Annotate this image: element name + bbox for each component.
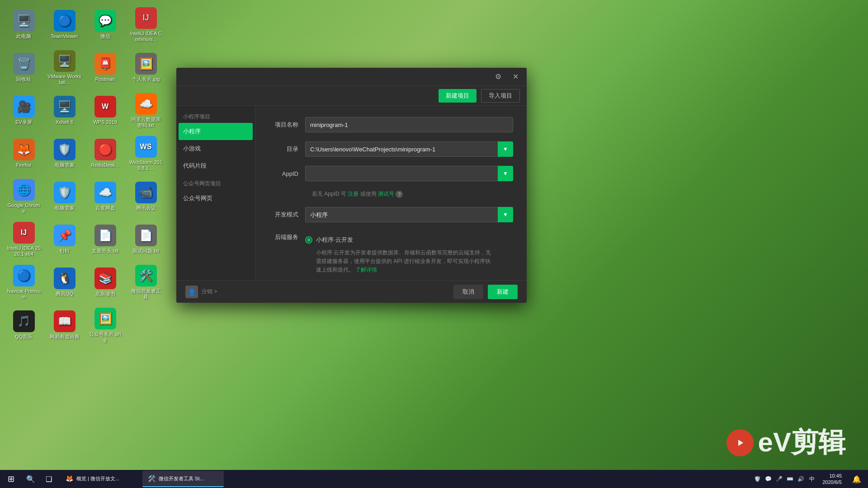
sidebar-item-mp-webpage[interactable]: 公众号网页	[176, 190, 255, 207]
wechat-dev-taskbar-label: 微信开发者工具 St...	[159, 475, 204, 482]
desktop-icon-wps[interactable]: W WPS 2019	[86, 90, 124, 131]
idea-icon: IJ	[135, 7, 157, 29]
tencent-meeting-icon-label: 腾讯会议	[136, 205, 156, 211]
wechat-icon: 💬	[94, 10, 116, 32]
ev-icon: 🎥	[13, 96, 35, 117]
dialog-footer: 👤 注销 > 取消 新建	[176, 280, 527, 303]
desktop-icon-vmware[interactable]: 🖥️ VMware Workstati...	[45, 47, 84, 88]
cloud-dev-radio[interactable]	[305, 236, 312, 244]
cloud-dev-learn-more-link[interactable]: 了解详情	[355, 267, 377, 273]
svg-marker-0	[738, 440, 743, 446]
postman-icon-label: Postman	[95, 76, 115, 82]
appid-input[interactable]	[305, 166, 513, 181]
notification-icon: 🔔	[852, 475, 861, 483]
desktop-icon-intellij2[interactable]: IJ IntelliJ IDEA 2020.1 x64	[5, 219, 43, 260]
desktop-icon-firefox[interactable]: 🦊 Firefox	[5, 133, 43, 174]
desktop-icon-idea[interactable]: IJ IntelliJ IDEA Communi...	[127, 5, 165, 45]
desktop-icon-pcmgr2[interactable]: 🛡️ 电脑管家	[45, 176, 84, 217]
cloud-dev-option[interactable]: 小程序·云开发	[305, 236, 513, 244]
desktop-icon-xshell[interactable]: 🖥️ Xshell 6	[45, 90, 84, 131]
taskbar-item-browser[interactable]: 🦊 概览 | 微信开放文...	[60, 471, 142, 487]
wps-icon-label: WPS 2019	[93, 119, 117, 125]
tray-icon-keyboard[interactable]: ⌨️	[785, 474, 794, 483]
dev-mode-label: 开发模式	[269, 211, 305, 219]
desktop-icon-qqmusic[interactable]: 🎵 QQ音乐	[5, 305, 43, 346]
desktop-icon-weixin-dev[interactable]: 🛠️ 微信开发者工具	[127, 262, 165, 303]
tray-icon-chat[interactable]: 💬	[764, 474, 773, 483]
desktop-icon-tencent-meeting[interactable]: 📹 腾讯会议	[127, 176, 165, 217]
time-display: 10:45	[822, 473, 842, 479]
desktop-icon-chrome[interactable]: 🌐 Google Chrome	[5, 176, 43, 217]
dev-mode-select[interactable]: 小程序	[305, 207, 513, 222]
sidebar-section1-label: 小程序项目	[176, 109, 255, 123]
tray-icon-mic[interactable]: 🎤	[774, 474, 783, 483]
notification-button[interactable]: 🔔	[848, 470, 866, 488]
sidebar-item-code-snippet[interactable]: 代码片段	[176, 157, 255, 174]
vcard-icon-label: 个人名片.jpg	[132, 76, 160, 82]
taskbar: ⊞ 🔍 ❑ 🦊 概览 | 微信开放文... 🛠️ 微信开发者工具 St... 🛡…	[0, 470, 868, 488]
backend-options: 小程序·云开发 小程序·云开发为开发者提供数据库、存储和云函数等完整的云端支持，…	[305, 236, 513, 280]
appid-help-icon[interactable]: ?	[396, 191, 403, 198]
footer-left: 👤 注销 >	[185, 286, 217, 298]
start-button[interactable]: ⊞	[0, 470, 22, 488]
dialog-settings-button[interactable]: ⚙	[491, 70, 505, 84]
desktop-icon-qq[interactable]: 🐧 腾讯QQ	[45, 262, 84, 303]
desktop-icon-computer[interactable]: 🖥️ 此电脑	[5, 5, 43, 45]
desktop-icon-bugfile[interactable]: 📄 面试问题.txt	[127, 219, 165, 260]
dialog-action-bar: 新建项目 导入项目	[176, 86, 527, 106]
footer-logout-text[interactable]: 注销 >	[202, 288, 217, 296]
create-button[interactable]: 新建	[488, 285, 518, 299]
desktop-icon-teamviewer[interactable]: 🔵 TeamViewer	[45, 5, 84, 45]
jd-reader-icon: 📚	[94, 267, 116, 289]
dialog-close-button[interactable]: ✕	[509, 70, 522, 84]
tray-icon-volume[interactable]: 🔊	[796, 474, 805, 483]
desktop-icon-article[interactable]: 📄 文章开头.txt	[86, 219, 124, 260]
bugfile-icon: 📄	[135, 225, 157, 246]
wechat-dev-taskbar-icon: 🛠️	[147, 474, 156, 483]
article-icon: 📄	[94, 225, 116, 246]
directory-label: 目录	[269, 145, 305, 153]
desktop-icon-jd-reader[interactable]: 📚 京东读书	[86, 262, 124, 303]
dingtalk-icon-label: 钉钉	[60, 248, 70, 254]
desktop-icon-dingtalk[interactable]: 📌 钉钉	[45, 219, 84, 260]
desktop-icon-vcard[interactable]: 🖼️ 个人名片.jpg	[127, 47, 165, 88]
tray-lang[interactable]: 中	[807, 474, 816, 483]
browser-taskbar-icon: 🦊	[65, 474, 74, 483]
dev-mode-select-wrapper: 小程序 ▼	[305, 207, 513, 222]
desktop-icon-baidu[interactable]: ☁️ 百度网盘	[86, 176, 124, 217]
import-project-button[interactable]: 导入项目	[481, 89, 520, 103]
taskbar-tray: 🛡️ 💬 🎤 ⌨️ 🔊 中 10:45 2020/6/5 🔔	[753, 470, 868, 488]
desktop-icon-namecard[interactable]: 🖼️ 公众号名片.png	[86, 305, 124, 346]
desktop-icon-recycle[interactable]: 🗑️ 回收站	[5, 47, 43, 88]
sidebar-item-minigame[interactable]: 小游戏	[176, 140, 255, 157]
appid-test-link[interactable]: 测试号	[378, 191, 394, 197]
weixin-dev-icon: 🛠️	[135, 265, 157, 286]
tray-icon-shield[interactable]: 🛡️	[753, 474, 762, 483]
desktop-icon-webstorm[interactable]: WS WebStorm 2019.8.1 ...	[127, 133, 165, 174]
cancel-button[interactable]: 取消	[453, 285, 483, 299]
desktop-icon-postman[interactable]: 📮 Postman	[86, 47, 124, 88]
intellij2-icon: IJ	[13, 222, 35, 244]
appid-register-link[interactable]: 注册	[348, 191, 359, 197]
ev-play-icon	[726, 429, 754, 456]
project-name-input[interactable]	[305, 117, 513, 132]
appid-label: AppID	[269, 170, 305, 177]
firefox-icon-label: Firefox	[16, 162, 32, 168]
desktop-icon-redis[interactable]: 🔴 RedisDesk...	[86, 133, 124, 174]
sidebar-item-miniprogram[interactable]: 小程序	[179, 123, 253, 140]
recycle-icon-label: 回收站	[16, 76, 31, 82]
desktop-icon-pcmgr[interactable]: 🛡️ 电脑管家	[45, 133, 84, 174]
idea-icon-label: IntelliJ IDEA Communi...	[129, 31, 163, 42]
desktop-icon-wechat[interactable]: 💬 微信	[86, 5, 124, 45]
search-button[interactable]: 🔍	[22, 470, 40, 488]
desktop-icon-youdao[interactable]: 📖 网易有道词典	[45, 305, 84, 346]
desktop-icon-ev[interactable]: 🎥 EV录屏	[5, 90, 43, 131]
backend-row: 后端服务 小程序·云开发 小程序·云开发为开发者提供数据库、存储和云函数等完整的…	[269, 231, 513, 280]
task-view-button[interactable]: ❑	[40, 470, 58, 488]
desktop-icon-navicat[interactable]: 🔵 Navicat Premium	[5, 262, 43, 303]
desktop-icon-aliyun[interactable]: ☁️ 阿里云数据库密码.txt	[127, 90, 165, 131]
directory-input[interactable]	[305, 141, 513, 157]
new-project-button[interactable]: 新建项目	[439, 89, 476, 103]
taskbar-item-wechat-dev[interactable]: 🛠️ 微信开发者工具 St...	[142, 471, 224, 487]
appid-row: AppID ▼	[269, 166, 513, 181]
